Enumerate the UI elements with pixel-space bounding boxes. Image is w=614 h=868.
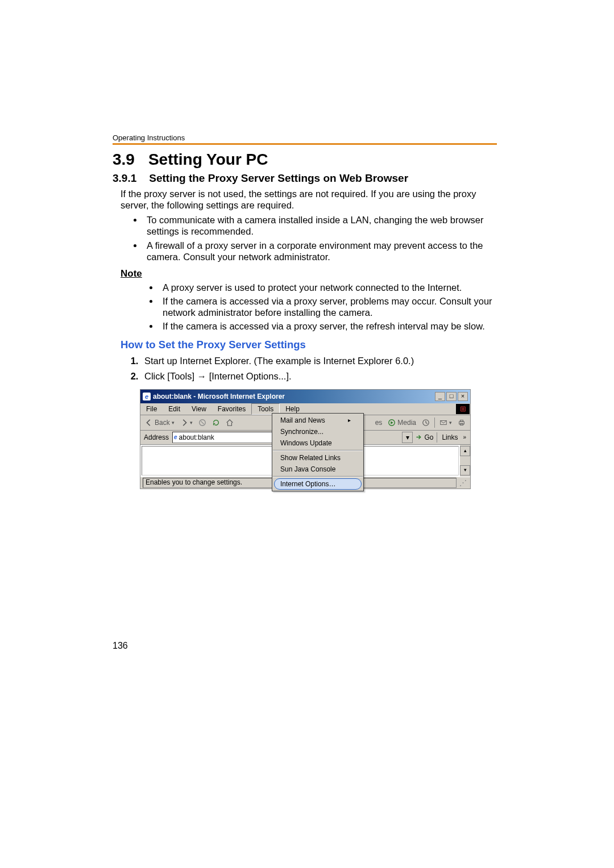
close-button[interactable]: × (458, 392, 468, 401)
menu-item-internet-options[interactable]: Internet Options… (274, 478, 362, 490)
print-button[interactable] (455, 418, 468, 428)
list-item: If the camera is accessed via a proxy se… (159, 320, 497, 332)
svg-rect-6 (460, 420, 463, 422)
favorites-fragment[interactable]: es (373, 418, 385, 428)
print-icon (458, 419, 466, 427)
forward-button[interactable]: ▾ (178, 418, 195, 428)
stop-icon (198, 419, 206, 427)
list-item: A firewall of a proxy server in a corpor… (143, 240, 497, 262)
screenshot: e about:blank - Microsoft Internet Explo… (113, 389, 497, 489)
scrollbar[interactable]: ▴ ▾ (460, 445, 470, 477)
refresh-button[interactable] (210, 418, 222, 428)
section-heading: 3.9Setting Your PC (113, 151, 497, 169)
address-label: Address (143, 433, 170, 441)
back-label: Back (155, 419, 170, 427)
media-button[interactable]: Media (385, 418, 418, 428)
refresh-icon (212, 419, 220, 427)
address-value: about:blank (179, 433, 214, 441)
window-title: about:blank - Microsoft Internet Explore… (153, 393, 434, 400)
minimize-button[interactable]: _ (435, 392, 445, 401)
menu-item-synchronize[interactable]: Synchronize... (272, 426, 363, 437)
note-heading: Note (121, 268, 497, 279)
caret-down-icon: ▾ (190, 420, 193, 425)
page-number: 136 (113, 641, 128, 651)
note-bullets: A proxy server is used to protect your n… (121, 282, 497, 332)
section-title: Setting Your PC (148, 151, 268, 168)
mail-button[interactable]: ▾ (437, 418, 454, 428)
back-arrow-icon (145, 419, 153, 427)
ie-icon: e (143, 393, 151, 400)
menu-item-windows-update[interactable]: Windows Update (272, 437, 363, 449)
scroll-down-icon[interactable]: ▾ (460, 465, 470, 475)
running-header: Operating Instructions (113, 133, 497, 142)
menu-item-related-links[interactable]: Show Related Links (272, 452, 363, 464)
links-label[interactable]: Links (441, 433, 459, 441)
subsection-title: Setting the Proxy Server Settings on Web… (149, 172, 408, 184)
home-icon (226, 419, 234, 427)
menu-item-java-console[interactable]: Sun Java Console (272, 464, 363, 475)
resize-grip-icon[interactable]: ⋰ (457, 478, 468, 487)
caret-down-icon: ▾ (172, 420, 175, 425)
back-button[interactable]: Back ▾ (143, 418, 177, 428)
tools-dropdown: Mail and News Synchronize... Windows Upd… (272, 413, 364, 491)
windows-flag-icon: ⊞ (456, 404, 470, 414)
steps-list: Start up Internet Explorer. (The example… (121, 354, 497, 382)
list-item: A proxy server is used to protect your n… (159, 282, 497, 293)
list-item: Start up Internet Explorer. (The example… (141, 354, 497, 367)
menu-separator (273, 450, 363, 451)
home-button[interactable] (223, 418, 236, 428)
intro-paragraph: If the proxy server is not used, the set… (121, 188, 497, 211)
subsection-heading: 3.9.1Setting the Proxy Server Settings o… (113, 172, 497, 185)
mail-icon (439, 419, 447, 427)
media-icon (388, 419, 396, 427)
intro-bullets: To communicate with a camera installed i… (121, 214, 497, 262)
titlebar: e about:blank - Microsoft Internet Explo… (140, 390, 470, 403)
forward-arrow-icon (180, 419, 188, 427)
list-item: To communicate with a camera installed i… (143, 214, 497, 237)
address-input[interactable]: e about:blank (172, 432, 272, 443)
stop-button[interactable] (196, 418, 209, 428)
separator (437, 432, 437, 443)
menu-file[interactable]: File (140, 404, 163, 414)
list-item: If the camera is accessed via a proxy se… (159, 295, 497, 318)
howto-heading: How to Set the Proxy Server Settings (121, 339, 497, 351)
separator (434, 418, 435, 428)
history-button[interactable] (420, 418, 432, 428)
list-item: Click [Tools] → [Internet Options...]. (141, 370, 497, 382)
links-expand-icon[interactable]: » (461, 434, 468, 440)
menu-view[interactable]: View (186, 404, 212, 414)
menu-favorites[interactable]: Favorites (212, 404, 251, 414)
maximize-button[interactable]: □ (446, 392, 457, 401)
menu-separator (273, 476, 363, 477)
address-dropdown-button[interactable]: ▾ (402, 432, 413, 443)
page-icon: e (174, 434, 177, 440)
page-content: Operating Instructions 3.9Setting Your P… (0, 0, 614, 489)
history-icon (422, 419, 430, 427)
menu-item-mail-news[interactable]: Mail and News (272, 415, 363, 426)
caret-down-icon: ▾ (449, 420, 452, 425)
section-number: 3.9 (113, 151, 135, 168)
svg-line-1 (201, 421, 204, 424)
go-icon (415, 433, 422, 441)
scroll-up-icon[interactable]: ▴ (460, 446, 470, 456)
menu-edit[interactable]: Edit (163, 404, 186, 414)
header-rule (113, 143, 497, 145)
subsection-number: 3.9.1 (113, 172, 136, 184)
go-label: Go (424, 433, 433, 441)
media-label: Media (397, 419, 416, 427)
go-button[interactable]: Go (415, 433, 433, 441)
